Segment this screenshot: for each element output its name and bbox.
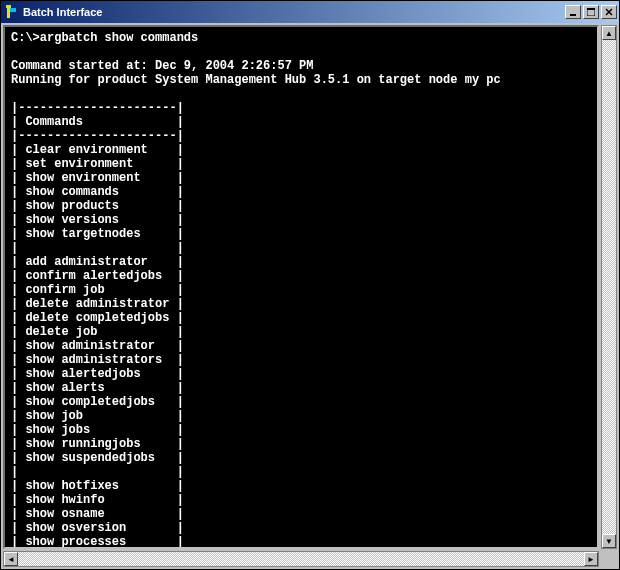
scroll-track-horizontal[interactable]: [18, 552, 584, 566]
horizontal-scrollbar[interactable]: ◄ ►: [3, 551, 599, 567]
maximize-button[interactable]: [583, 5, 599, 19]
content-area: C:\>argbatch show commands Command start…: [1, 23, 619, 569]
svg-rect-1: [6, 5, 11, 8]
scroll-up-button[interactable]: ▲: [602, 26, 616, 40]
titlebar: Batch Interface: [1, 1, 619, 23]
terminal-wrap: C:\>argbatch show commands Command start…: [3, 25, 617, 567]
scroll-track-vertical[interactable]: [602, 40, 616, 534]
svg-rect-2: [10, 8, 16, 12]
window-title: Batch Interface: [23, 6, 565, 18]
svg-rect-3: [570, 14, 576, 16]
app-icon: [3, 4, 19, 20]
svg-rect-5: [587, 8, 595, 10]
close-button[interactable]: [601, 5, 617, 19]
minimize-button[interactable]: [565, 5, 581, 19]
scroll-right-button[interactable]: ►: [584, 552, 598, 566]
scroll-corner: [601, 551, 617, 567]
window-controls: [565, 5, 617, 19]
scroll-left-button[interactable]: ◄: [4, 552, 18, 566]
vertical-scrollbar[interactable]: ▲ ▼: [601, 25, 617, 549]
scroll-down-button[interactable]: ▼: [602, 534, 616, 548]
terminal-output[interactable]: C:\>argbatch show commands Command start…: [3, 25, 599, 549]
